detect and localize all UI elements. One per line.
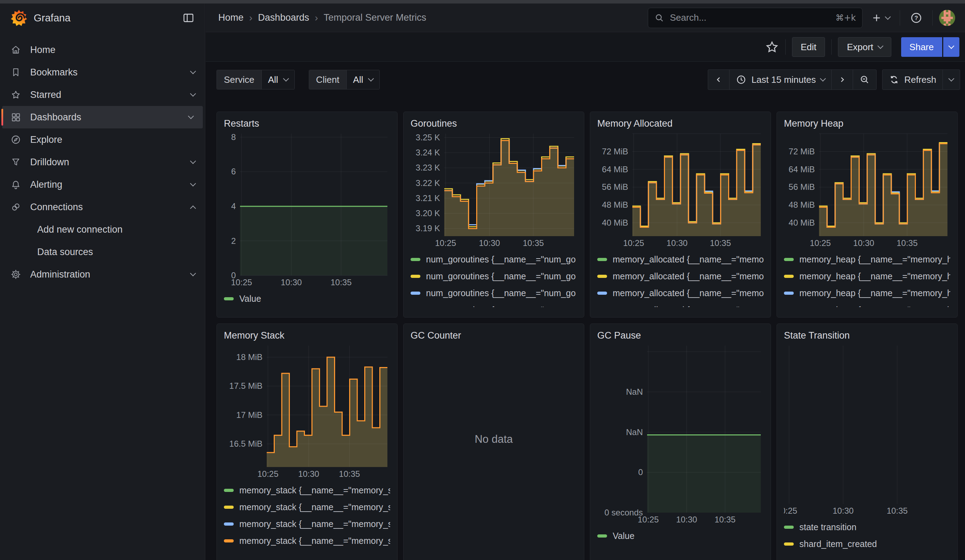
- svg-text:4: 4: [231, 201, 236, 211]
- chevron-down-icon[interactable]: [190, 69, 196, 74]
- chevron-down-icon: [949, 43, 955, 49]
- timeseries-plot[interactable]: 72 MiB64 MiB56 MiB48 MiB40 MiB10:2510:30…: [597, 131, 764, 249]
- sidebar-item-alerting[interactable]: Alerting: [0, 173, 205, 196]
- chevron-down-icon[interactable]: [190, 158, 196, 164]
- timeseries-plot[interactable]: 18 MiB17.5 MiB17 MiB16.5 MiB10:2510:3010…: [224, 343, 390, 480]
- svg-text:17 MiB: 17 MiB: [236, 410, 262, 420]
- sidebar-item-label: Explore: [30, 134, 62, 145]
- legend-item[interactable]: num_goroutines {__name__="num_go: [411, 301, 577, 307]
- sidebar-item-drilldown[interactable]: Drilldown: [0, 151, 205, 173]
- svg-text:10:35: 10:35: [339, 469, 360, 478]
- client-variable-value[interactable]: All: [346, 70, 379, 89]
- sidebar-item-bookmarks[interactable]: Bookmarks: [0, 61, 205, 83]
- legend-series-label: num_goroutines {__name__="num_go: [426, 305, 576, 307]
- panel-title[interactable]: GC Counter: [411, 328, 577, 343]
- svg-text:10:35: 10:35: [887, 506, 908, 516]
- gear-icon: [10, 269, 21, 280]
- export-button[interactable]: Export: [838, 37, 891, 57]
- svg-text:10:25: 10:25: [623, 238, 644, 248]
- panel-title[interactable]: Memory Stack: [224, 328, 390, 343]
- refresh-label: Refresh: [904, 74, 936, 85]
- sidebar-item-starred[interactable]: Starred: [0, 83, 205, 106]
- sidebar-item-label: Connections: [30, 202, 83, 213]
- chevron-down-icon[interactable]: [190, 91, 196, 97]
- legend-item[interactable]: memory_heap {__name__="memory_h: [784, 301, 950, 307]
- svg-text:10:30: 10:30: [281, 278, 302, 287]
- legend-item[interactable]: memory_stack {__name__="memory_s: [224, 499, 390, 516]
- legend-series-marker: [411, 292, 420, 295]
- sidebar-item-add-new-connection[interactable]: Add new connection: [0, 218, 205, 241]
- legend-item[interactable]: num_goroutines {__name__="num_go: [411, 284, 577, 301]
- search-box[interactable]: ⌘+k: [648, 8, 862, 28]
- breadcrumb-dashboards[interactable]: Dashboards: [258, 12, 309, 23]
- panel-title[interactable]: State Transition: [784, 328, 950, 343]
- export-label: Export: [847, 42, 873, 53]
- sidebar-item-connections[interactable]: Connections: [0, 196, 205, 218]
- legend-item[interactable]: memory_allocated {__name__="memo: [597, 268, 764, 284]
- legend-item[interactable]: memory_heap {__name__="memory_h: [784, 268, 950, 284]
- sidebar-item-home[interactable]: Home: [0, 39, 205, 61]
- svg-text:0: 0: [638, 467, 643, 477]
- sidebar-item-explore[interactable]: Explore: [0, 129, 205, 151]
- legend-item[interactable]: memory_allocated {__name__="memo: [597, 301, 764, 307]
- legend-item[interactable]: state transition: [784, 519, 950, 536]
- refresh-interval-dropdown[interactable]: [942, 70, 960, 90]
- edit-button[interactable]: Edit: [792, 37, 825, 57]
- service-variable-value[interactable]: All: [262, 70, 294, 89]
- timeseries-plot[interactable]: 8642010:2510:3010:35: [224, 131, 390, 288]
- panel-title[interactable]: Restarts: [224, 116, 390, 131]
- panel-title[interactable]: Memory Heap: [784, 116, 950, 131]
- search-shortcut: ⌘+k: [836, 13, 856, 23]
- svg-text:10:35: 10:35: [710, 238, 731, 248]
- dock-menu-icon[interactable]: [183, 12, 195, 24]
- legend-item[interactable]: memory_stack {__name__="memory_s: [224, 532, 390, 549]
- legend-item[interactable]: memory_stack {__name__="memory_s: [224, 482, 390, 499]
- zoom-out-button[interactable]: [853, 70, 877, 90]
- legend-item[interactable]: memory_allocated {__name__="memo: [597, 251, 764, 268]
- time-shift-back-button[interactable]: [708, 70, 729, 90]
- panel-title[interactable]: GC Pause: [597, 328, 764, 343]
- legend-item[interactable]: num_goroutines {__name__="num_go: [411, 251, 577, 268]
- legend-item[interactable]: shard_item_created: [784, 536, 950, 552]
- refresh-button[interactable]: Refresh: [882, 70, 943, 90]
- timeseries-plot[interactable]: NaNNaN00 seconds10:2510:3010:35: [597, 343, 764, 525]
- user-avatar[interactable]: [939, 10, 955, 26]
- breadcrumb-separator: ›: [249, 12, 252, 23]
- legend-item[interactable]: memory_allocated {__name__="memo: [597, 284, 764, 301]
- svg-text:10:35: 10:35: [523, 238, 544, 248]
- favorite-star-icon[interactable]: [765, 40, 779, 54]
- legend-item[interactable]: memory_heap {__name__="memory_h: [784, 284, 950, 301]
- time-range-picker[interactable]: Last 15 minutes: [729, 70, 832, 90]
- sidebar-item-dashboards[interactable]: Dashboards: [2, 106, 203, 129]
- panel-title[interactable]: Goroutines: [411, 116, 577, 131]
- legend-item[interactable]: num_goroutines {__name__="num_go: [411, 268, 577, 284]
- add-new-button[interactable]: [871, 12, 890, 23]
- legend-item[interactable]: memory_stack {__name__="memory_s: [224, 516, 390, 532]
- timeseries-plot[interactable]: 0:2510:3010:35: [784, 343, 950, 516]
- chevron-down-icon[interactable]: [190, 271, 196, 276]
- chevron-up-icon[interactable]: [190, 206, 196, 212]
- panel-title[interactable]: Memory Allocated: [597, 116, 764, 131]
- timeseries-plot[interactable]: 3.25 K3.24 K3.23 K3.22 K3.21 K3.20 K3.19…: [411, 131, 577, 249]
- legend-item[interactable]: Value: [224, 290, 390, 307]
- legend-item[interactable]: Value: [597, 527, 764, 544]
- chevron-down-icon[interactable]: [190, 181, 196, 187]
- svg-text:10:30: 10:30: [666, 238, 687, 248]
- search-input[interactable]: [669, 12, 831, 23]
- chevron-down-icon[interactable]: [188, 113, 194, 119]
- share-dropdown-button[interactable]: [943, 37, 959, 57]
- breadcrumb-home[interactable]: Home: [218, 12, 244, 23]
- legend-item[interactable]: memory_heap {__name__="memory_h: [784, 251, 950, 268]
- panel-legend: state transitionshard_item_created: [784, 519, 950, 552]
- timeseries-plot[interactable]: 72 MiB64 MiB56 MiB48 MiB40 MiB10:2510:30…: [784, 131, 950, 249]
- time-shift-forward-button[interactable]: [831, 70, 853, 90]
- share-button[interactable]: Share: [901, 37, 942, 57]
- panel-goroutines: Goroutines3.25 K3.24 K3.23 K3.22 K3.21 K…: [403, 112, 584, 318]
- sidebar-item-data-sources[interactable]: Data sources: [0, 241, 205, 263]
- sidebar-item-administration[interactable]: Administration: [0, 263, 205, 286]
- panel-legend: Value: [597, 527, 764, 544]
- legend-series-marker: [784, 542, 794, 545]
- legend-series-label: num_goroutines {__name__="num_go: [426, 288, 576, 298]
- help-button[interactable]: ?: [910, 11, 922, 24]
- svg-text:56 MiB: 56 MiB: [602, 182, 628, 191]
